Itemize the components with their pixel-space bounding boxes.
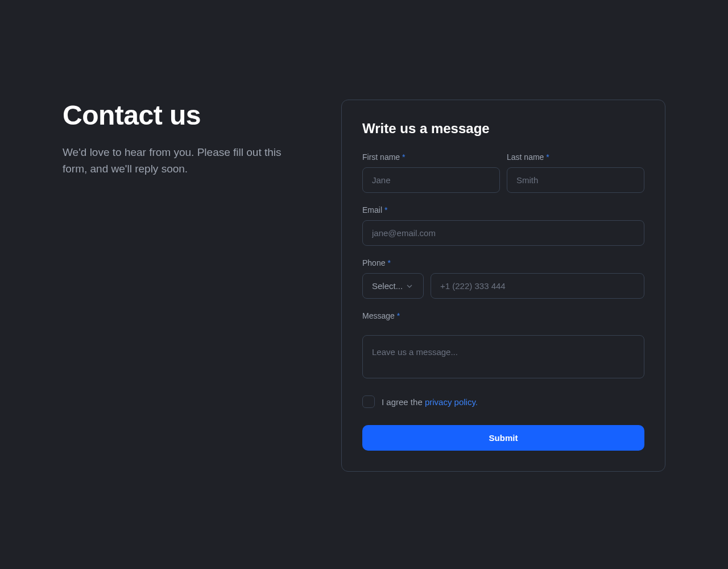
page-subtitle: We'd love to hear from you. Please fill … xyxy=(63,145,307,177)
chevron-down-icon xyxy=(405,282,414,291)
privacy-agreement-label: I agree the privacy policy. xyxy=(382,397,478,407)
required-marker: * xyxy=(384,205,387,215)
message-textarea[interactable] xyxy=(362,335,644,378)
last-name-input[interactable] xyxy=(507,167,644,193)
contact-form-card: Write us a message First name * Last nam… xyxy=(341,100,665,472)
last-name-label: Last name * xyxy=(507,152,644,162)
first-name-label: First name * xyxy=(362,152,500,162)
required-marker: * xyxy=(387,258,390,267)
phone-input[interactable] xyxy=(431,273,644,299)
submit-button[interactable]: Submit xyxy=(362,425,644,451)
email-input[interactable] xyxy=(362,220,644,246)
form-title: Write us a message xyxy=(362,121,644,137)
page-title: Contact us xyxy=(63,100,307,131)
message-label: Message * xyxy=(362,311,644,320)
phone-label: Phone * xyxy=(362,258,644,267)
first-name-input[interactable] xyxy=(362,167,500,193)
privacy-policy-link[interactable]: privacy policy. xyxy=(425,397,478,407)
phone-select-value: Select... xyxy=(372,281,403,291)
email-label: Email * xyxy=(362,205,644,215)
phone-country-select[interactable]: Select... xyxy=(362,273,424,299)
required-marker: * xyxy=(546,152,549,162)
required-marker: * xyxy=(397,311,400,320)
privacy-checkbox[interactable] xyxy=(362,395,375,408)
required-marker: * xyxy=(402,152,405,162)
